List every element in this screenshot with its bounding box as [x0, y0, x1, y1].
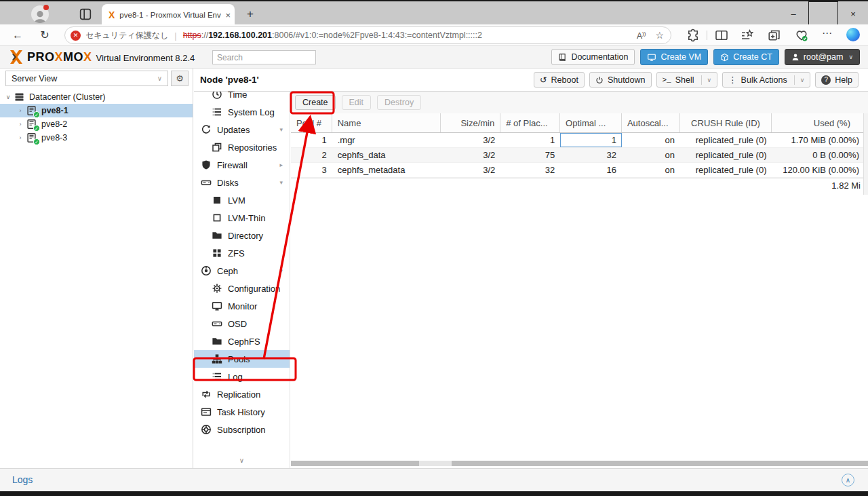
address-bar[interactable]: ✕ セキュリティ保護なし | https://192.168.100.201:8…	[64, 26, 671, 44]
nav-item-label: Subscription	[217, 425, 266, 435]
favorites-bar-icon[interactable]	[741, 28, 754, 42]
new-tab-button[interactable]: +	[243, 7, 258, 22]
kebab-icon: ⋮	[728, 75, 737, 85]
chevron-down-icon[interactable]: ▾	[279, 267, 283, 274]
expand-logs-icon[interactable]: ∧	[842, 474, 854, 487]
shutdown-button[interactable]: Shutdown	[589, 72, 652, 88]
maximize-button[interactable]	[808, 1, 838, 26]
column-header[interactable]: Pool #	[291, 113, 332, 132]
help-button[interactable]: ?Help	[815, 72, 859, 88]
tab-actions-icon[interactable]	[78, 7, 93, 22]
column-header[interactable]: Name	[332, 113, 441, 132]
refresh-button[interactable]: ↻	[37, 27, 53, 43]
column-header[interactable]: Size/min	[441, 113, 500, 132]
create-vm-button[interactable]: Create VM	[640, 49, 708, 65]
shell-button[interactable]: >_Shell∨	[656, 72, 718, 88]
url-text[interactable]: https://192.168.100.201:8006/#v1:0:=node…	[183, 31, 627, 40]
window-controls: – ×	[778, 1, 868, 26]
back-button[interactable]: ←	[9, 27, 26, 43]
table-cell: 32	[500, 163, 560, 177]
tree-item-pve8-2[interactable]: ›✓pve8-2	[0, 117, 193, 131]
nav-item-cephfs[interactable]: CephFS	[194, 332, 290, 350]
chevron-down-icon[interactable]: ▾	[279, 179, 283, 186]
collections-icon[interactable]	[768, 28, 781, 42]
chevron-down-icon[interactable]: ▾	[279, 126, 283, 133]
nav-item-monitor[interactable]: Monitor	[194, 297, 290, 315]
tree-item-datacenter-cluster-[interactable]: ∨Datacenter (Cluster)	[0, 90, 193, 104]
nav-item-repositories[interactable]: Repositories	[194, 138, 290, 156]
column-header[interactable]: Autoscal...	[622, 113, 680, 132]
tab-close-icon[interactable]: ×	[225, 10, 231, 20]
settings-more-icon[interactable]: ⋯	[822, 27, 833, 39]
nav-item-label: Pools	[228, 354, 250, 364]
pve-search-input[interactable]	[212, 50, 316, 64]
user-menu-button[interactable]: root@pam ∨	[785, 49, 860, 65]
logs-link[interactable]: Logs	[12, 474, 33, 485]
nav-item-subscription[interactable]: Subscription	[194, 421, 290, 438]
extensions-icon[interactable]	[686, 28, 700, 42]
documentation-button[interactable]: Documentation	[551, 49, 635, 65]
nav-item-replication[interactable]: Replication	[194, 385, 290, 403]
nav-scroll-up-icon[interactable]: ∧	[194, 92, 290, 100]
tree-settings-button[interactable]: ⚙	[171, 71, 189, 86]
view-selector[interactable]: Server View ∨	[5, 71, 168, 86]
nav-item-ceph[interactable]: Ceph▾	[194, 262, 290, 280]
browser-essentials-icon[interactable]	[795, 28, 808, 42]
nav-scroll-down-icon[interactable]: ∨	[194, 457, 290, 465]
nav-item-directory[interactable]: Directory	[194, 227, 290, 244]
destroy-button[interactable]: Destroy	[377, 95, 421, 110]
list-icon	[212, 371, 222, 382]
nav-item-task-history[interactable]: Task History	[194, 403, 290, 421]
copilot-icon[interactable]	[846, 28, 860, 41]
chevron-right-icon[interactable]: ›	[16, 107, 24, 114]
nav-item-log[interactable]: Log	[194, 368, 290, 385]
nav-item-firewall[interactable]: Firewall▸	[194, 156, 290, 174]
vertical-scrollbar[interactable]	[863, 113, 868, 195]
chevron-right-icon[interactable]: ▸	[279, 161, 283, 168]
not-secure-icon[interactable]: ✕	[71, 31, 81, 41]
browser-tab[interactable]: X pve8-1 - Proxmox Virtual Environ ×	[102, 4, 235, 26]
chevron-right-icon[interactable]: ›	[16, 121, 24, 128]
column-header[interactable]: Optimal ...	[560, 113, 622, 132]
table-row[interactable]: 2cephfs_data3/27532onreplicated_rule (0)…	[291, 148, 865, 163]
favorite-star-icon[interactable]: ☆	[655, 30, 664, 41]
table-row[interactable]: 3cephfs_metadata3/23216onreplicated_rule…	[291, 163, 865, 178]
nav-item-osd[interactable]: OSD	[194, 315, 290, 332]
nav-item-system-log[interactable]: System Log	[194, 103, 290, 121]
nav-item-configuration[interactable]: Configuration	[194, 280, 290, 297]
security-label[interactable]: セキュリティ保護なし	[85, 30, 168, 41]
table-cell: 3/2	[441, 133, 500, 147]
tree-item-pve8-1[interactable]: ›✓pve8-1	[0, 104, 193, 117]
table-row[interactable]: 1.mgr3/211onreplicated_rule (0)1.70 MiB …	[291, 133, 865, 148]
tree-item-pve8-3[interactable]: ›✓pve8-3	[0, 131, 193, 145]
reboot-button[interactable]: ↺Reboot	[534, 72, 585, 88]
nav-item-disks[interactable]: Disks▾	[194, 174, 290, 191]
column-header[interactable]: # of Plac...	[500, 113, 560, 132]
create-button[interactable]: Create	[295, 95, 336, 110]
edit-button[interactable]: Edit	[342, 95, 372, 110]
table-cell: 3/2	[441, 148, 500, 162]
table-cell: 3/2	[441, 163, 500, 177]
minimize-button[interactable]: –	[778, 1, 808, 26]
nav-item-lvm-thin[interactable]: LVM-Thin	[194, 209, 290, 227]
nav-item-updates[interactable]: Updates▾	[194, 121, 290, 138]
bulk-actions-button[interactable]: ⋮Bulk Actions∨	[722, 72, 810, 88]
horizontal-scrollbar[interactable]	[291, 461, 868, 466]
replication-icon	[201, 389, 212, 400]
close-button[interactable]: ×	[838, 1, 868, 26]
nav-item-zfs[interactable]: ZFS	[194, 244, 290, 262]
tree-item-label: pve8-1	[41, 106, 68, 115]
grid-toolbar: Create Edit Destroy	[291, 92, 868, 113]
nav-item-label: Disks	[217, 178, 239, 188]
chevron-right-icon[interactable]: ›	[16, 134, 24, 141]
split-screen-icon[interactable]	[715, 28, 728, 42]
chevron-down-icon[interactable]: ∨	[4, 94, 12, 100]
read-aloud-icon[interactable]: A))	[637, 31, 646, 41]
nav-item-lvm[interactable]: LVM	[194, 191, 290, 209]
create-ct-button[interactable]: Create CT	[713, 49, 779, 65]
tree-item-label: pve8-3	[41, 133, 67, 142]
nav-item-pools[interactable]: Pools	[194, 350, 290, 368]
table-cell: 3	[291, 163, 332, 177]
column-header[interactable]: CRUSH Rule (ID)	[680, 113, 772, 132]
column-header[interactable]: Used (%)	[772, 113, 865, 132]
